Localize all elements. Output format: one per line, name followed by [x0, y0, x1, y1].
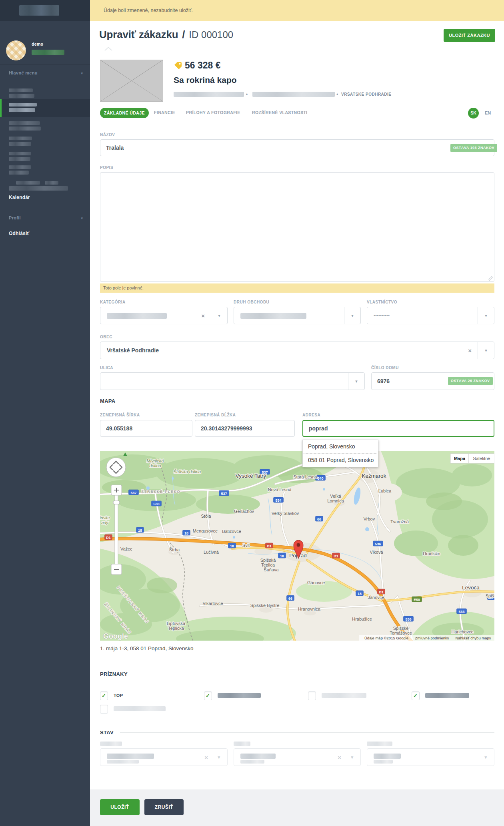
map-town-label: Štôlska dolina	[174, 469, 201, 474]
map-type-control: Mapa Satelitné	[450, 454, 494, 463]
chevron-down-icon[interactable]: ▾	[484, 755, 487, 760]
chevron-down-icon[interactable]: ▾	[351, 755, 353, 760]
chevron-down-icon[interactable]: ▾	[478, 307, 494, 324]
clear-icon[interactable]: ×	[201, 312, 205, 319]
app-logo[interactable]	[0, 0, 90, 21]
chevron-down-icon[interactable]: ▾	[211, 307, 227, 324]
tab-attachments[interactable]: PRÍLOHY A FOTOGRAFIE	[186, 110, 240, 115]
google-logo: Google	[103, 632, 128, 640]
kategoria-select[interactable]: × ▾	[100, 307, 228, 324]
checkbox-label-blur	[218, 693, 261, 698]
google-map[interactable]: 5375385375375345406618181818D1D1D1D15366…	[100, 451, 494, 641]
page-header: Upraviť zákazku / ID 000100	[99, 28, 233, 41]
sidebar-item-active[interactable]	[0, 99, 90, 117]
terms-link[interactable]: Zmluvné podmienky	[415, 636, 449, 640]
map-attribution: Údaje máp ©2015 Google Zmluvné podmienky…	[359, 635, 494, 641]
druh-obchodu-select[interactable]: ▾	[234, 307, 361, 324]
vlastnictvo-select[interactable]: ---------- ▾	[367, 307, 494, 324]
resolved-address: 1. mája 1-3, 058 01 Poprad, Slovensko	[100, 645, 193, 651]
language-sk-button[interactable]: SK	[468, 108, 479, 119]
product-meta-blur	[252, 92, 335, 97]
checkbox-top[interactable]: ✓	[100, 691, 108, 700]
check-icon: ✓	[206, 693, 210, 699]
language-en-button[interactable]: EN	[485, 111, 491, 115]
cancel-button[interactable]: ZRUŠIŤ	[144, 799, 184, 815]
checkbox-flag[interactable]	[100, 705, 108, 713]
longitude-input[interactable]	[195, 420, 295, 437]
latitude-input[interactable]	[100, 420, 192, 437]
svg-text:534: 534	[275, 498, 281, 502]
sidebar-item-calendar[interactable]: Kalendár	[9, 195, 30, 200]
tab-extended-properties[interactable]: ROZŠÍRENÉ VLASTNOSTI	[252, 110, 308, 115]
tab-finance[interactable]: FINANCIE	[154, 110, 175, 115]
road-badge: 538	[152, 501, 162, 506]
map-type-satellite-label[interactable]: Satelitné	[473, 456, 490, 461]
field-label-druh-obchodu: DRUH OBCHODU	[234, 300, 269, 304]
chevron-down-icon[interactable]: ▾	[81, 216, 83, 220]
map-town-label: Lučivná	[204, 550, 219, 555]
map-town-label: Ľubica	[378, 488, 392, 493]
map-town-label: Jánovce	[368, 595, 384, 600]
road-badge: 18	[228, 543, 236, 548]
clear-icon[interactable]: ×	[204, 754, 208, 761]
map-town-label: SpišskáTeplica	[260, 558, 276, 567]
map-town-label: Vrbov	[364, 517, 375, 521]
checkbox-flag[interactable]	[308, 691, 316, 700]
sidebar-section-profile[interactable]: Profil	[9, 215, 21, 220]
map-pan-control[interactable]	[106, 458, 126, 477]
road-badge: 66	[316, 516, 323, 521]
chevron-down-icon[interactable]: ▾	[218, 755, 220, 760]
save-button[interactable]: ULOŽIŤ	[100, 799, 140, 815]
notice-text: Údaje boli zmenené, nezabudnite uložiť.	[104, 8, 193, 13]
meta-bullet: •	[246, 92, 248, 97]
map-type-map-label[interactable]: Mapa	[454, 456, 466, 461]
kategoria-value-blur	[107, 313, 167, 319]
svg-text:D1: D1	[334, 554, 338, 558]
map-town-label: Nová Lesná	[268, 487, 292, 492]
suggestion-item[interactable]: 058 01 Poprad, Slovensko	[303, 454, 378, 467]
stav-select[interactable]: × ▾	[100, 748, 228, 766]
chevron-down-icon[interactable]: ▾	[348, 373, 364, 390]
map-town-label: Stará Lesná	[293, 474, 317, 479]
chevron-down-icon[interactable]: ▾	[478, 342, 494, 359]
clear-icon[interactable]: ×	[338, 754, 341, 761]
road-badge: 536	[373, 541, 383, 546]
sidebar-item-logout[interactable]: Odhlásiť	[9, 231, 29, 236]
report-error-link[interactable]: Nahlásiť chybu mapy	[455, 636, 491, 640]
product-name: Sa rokriná kapo	[174, 75, 237, 85]
chevron-down-icon[interactable]: ▾	[344, 307, 360, 324]
svg-text:66: 66	[288, 597, 292, 601]
sidebar-section-main-menu[interactable]: Hlavné menu	[9, 70, 38, 75]
road-badge: E50	[412, 597, 422, 602]
stav-select[interactable]: × ▾	[234, 748, 361, 766]
svg-text:537: 537	[130, 491, 136, 495]
obec-select[interactable]: Vršatské Podhradie × ▾	[100, 342, 494, 359]
map-town-label: Vikartovce	[202, 601, 223, 606]
map-town-label: Spišská	[486, 593, 494, 598]
clear-icon[interactable]: ×	[468, 347, 472, 354]
map-town-label: Svit	[242, 543, 250, 548]
svg-text:533: 533	[458, 610, 464, 614]
nazov-input[interactable]	[100, 139, 494, 156]
checkbox-flag[interactable]: ✓	[412, 691, 420, 700]
avatar	[6, 40, 26, 60]
ulica-select[interactable]: ▾	[100, 372, 365, 390]
map-town-label: Kežmarok	[362, 473, 386, 479]
tab-basic-data-active[interactable]: ZÁKLADNÉ ÚDAJE	[100, 108, 149, 118]
road-badge: 537	[129, 490, 139, 495]
suggestion-item[interactable]: Poprad, Slovensko	[303, 440, 378, 453]
checkbox-flag[interactable]: ✓	[204, 691, 212, 700]
svg-text:66: 66	[317, 517, 321, 521]
popis-textarea[interactable]	[100, 172, 494, 282]
section-header-priznaky: PRÍZNAKY	[100, 671, 128, 677]
road-badge: 534	[274, 497, 284, 502]
field-error-required: Toto pole je povinné.	[100, 283, 494, 293]
adresa-input[interactable]	[302, 420, 494, 437]
stav-label-blur	[100, 742, 122, 746]
field-label-cislo-domu: ČÍSLO DOMU	[371, 366, 399, 370]
road-badge: 533	[457, 609, 467, 614]
stav-select[interactable]: ▾	[367, 748, 494, 766]
chevron-down-icon[interactable]: ▾	[81, 71, 83, 75]
save-order-button[interactable]: ULOŽIŤ ZÁKAZKU	[444, 29, 495, 42]
map-town-label: Štrba	[169, 547, 180, 552]
